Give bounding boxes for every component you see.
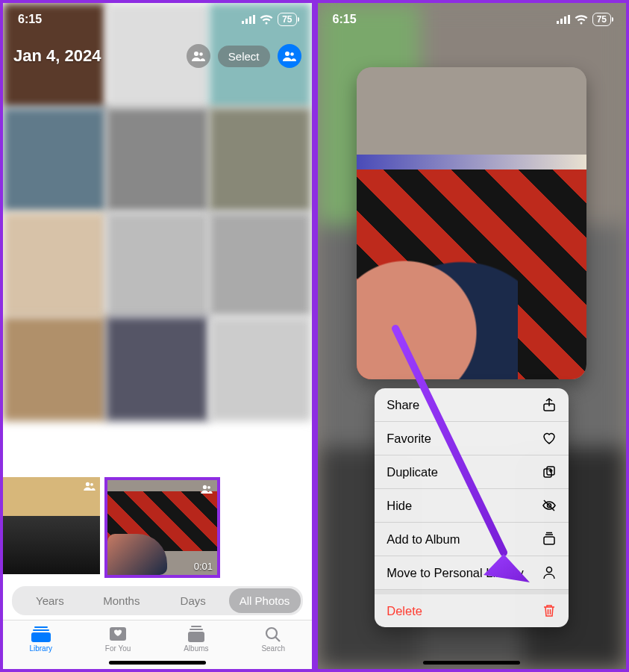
- view-tab-days[interactable]: Days: [157, 588, 229, 613]
- wifi-icon: [575, 15, 588, 25]
- tab-library[interactable]: Library: [29, 625, 52, 653]
- svg-rect-2: [249, 16, 251, 24]
- photo-preview[interactable]: [357, 67, 586, 379]
- shared-library-badge-icon: [84, 480, 96, 494]
- svg-rect-24: [568, 15, 570, 24]
- status-bar: 6:15 75: [318, 3, 627, 36]
- view-segmented-control: Years Months Days All Photos: [12, 586, 303, 615]
- tab-for-you[interactable]: For You: [105, 625, 131, 653]
- svg-rect-30: [544, 537, 554, 544]
- svg-rect-13: [33, 629, 49, 631]
- svg-point-8: [86, 482, 90, 486]
- menu-favorite[interactable]: Favorite: [375, 422, 569, 455]
- video-duration: 0:01: [194, 561, 213, 572]
- svg-point-31: [547, 567, 552, 573]
- cellular-icon: [242, 15, 255, 24]
- svg-point-11: [207, 486, 210, 489]
- svg-point-5: [199, 52, 203, 56]
- video-thumbnail-selected[interactable]: 0:01: [104, 477, 220, 578]
- shared-library-filter-button[interactable]: [278, 44, 301, 68]
- albums-icon: [186, 625, 207, 643]
- menu-delete[interactable]: Delete: [375, 590, 569, 627]
- wifi-icon: [260, 15, 273, 25]
- svg-point-9: [90, 483, 93, 486]
- menu-move-personal-library[interactable]: Move to Personal Library: [375, 556, 569, 590]
- svg-point-6: [285, 52, 290, 56]
- search-icon: [263, 625, 284, 643]
- home-indicator[interactable]: [109, 661, 206, 665]
- photo-thumbnail[interactable]: [0, 477, 100, 574]
- for-you-icon: [107, 625, 128, 643]
- status-time: 6:15: [333, 13, 357, 26]
- view-tab-months[interactable]: Months: [86, 588, 157, 613]
- shared-library-badge-icon: [201, 483, 213, 497]
- view-tab-years[interactable]: Years: [14, 588, 86, 613]
- trash-icon: [542, 603, 557, 618]
- home-indicator[interactable]: [423, 661, 520, 665]
- battery-icon: 75: [278, 13, 296, 26]
- person-icon: [542, 565, 557, 580]
- svg-rect-18: [188, 632, 204, 642]
- menu-share[interactable]: Share: [375, 388, 569, 422]
- eye-slash-icon: [542, 498, 557, 513]
- context-menu: Share Favorite Duplicate Hide Add to Alb…: [375, 388, 569, 627]
- share-icon: [542, 397, 557, 412]
- tab-albums[interactable]: Albums: [184, 625, 208, 653]
- svg-rect-12: [34, 626, 48, 628]
- tab-search[interactable]: Search: [261, 625, 285, 653]
- svg-rect-23: [564, 16, 566, 24]
- svg-rect-14: [31, 632, 51, 642]
- svg-line-20: [275, 637, 280, 641]
- menu-add-to-album[interactable]: Add to Album: [375, 523, 569, 556]
- svg-rect-3: [253, 15, 255, 24]
- svg-rect-22: [560, 19, 563, 24]
- view-tab-all-photos[interactable]: All Photos: [229, 588, 301, 613]
- svg-point-19: [266, 628, 277, 638]
- svg-point-4: [194, 52, 198, 56]
- date-title: Jan 4, 2024: [13, 46, 179, 66]
- battery-icon: 75: [592, 13, 611, 26]
- duplicate-icon: [542, 464, 557, 479]
- svg-rect-17: [190, 629, 203, 630]
- cellular-icon: [557, 15, 570, 24]
- menu-duplicate[interactable]: Duplicate: [375, 455, 569, 489]
- svg-point-7: [290, 52, 294, 56]
- album-add-icon: [542, 532, 557, 547]
- svg-rect-1: [245, 19, 248, 24]
- svg-rect-21: [557, 21, 559, 24]
- status-time: 6:15: [18, 13, 42, 26]
- select-button[interactable]: Select: [218, 46, 270, 67]
- menu-hide[interactable]: Hide: [375, 489, 569, 523]
- svg-rect-0: [242, 21, 244, 24]
- library-icon: [31, 625, 51, 643]
- svg-point-10: [203, 485, 207, 489]
- shared-library-indicator[interactable]: [187, 44, 210, 68]
- status-bar: 6:15 75: [3, 3, 312, 36]
- heart-icon: [542, 431, 557, 446]
- svg-rect-16: [191, 626, 201, 627]
